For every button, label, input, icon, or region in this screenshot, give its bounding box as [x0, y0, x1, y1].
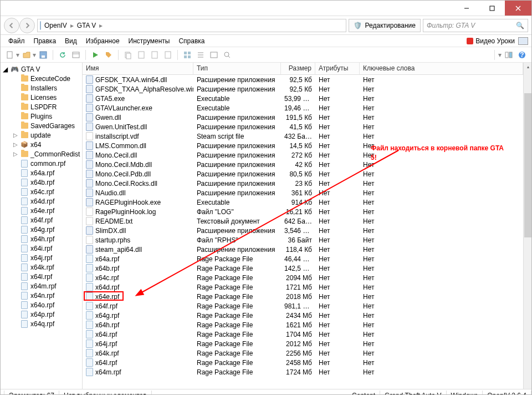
file-row[interactable]: Mono.Cecil.dllРасширение приложения272 К… — [83, 150, 523, 160]
file-row[interactable]: installscript.vdfSteam script file432 Ба… — [83, 131, 523, 141]
find-button[interactable] — [221, 49, 233, 61]
file-row[interactable]: steam_api64.dllРасширение приложения118,… — [83, 245, 523, 254]
tree-item[interactable]: x64a.rpf — [3, 168, 82, 178]
scroll-thumb[interactable] — [524, 93, 531, 237]
file-row[interactable]: RAGEPluginHook.exeExecutable914 КбНетНет — [83, 198, 523, 207]
filter-input[interactable]: Фильтр: GTA V 🔍 — [423, 19, 528, 32]
tree-item[interactable]: x64k.rpf — [3, 262, 82, 272]
file-row[interactable]: NAudio.dllРасширение приложения361 КбНет… — [83, 188, 523, 198]
tree-item[interactable]: x64l.rpf — [3, 272, 82, 281]
tree-item[interactable]: x64m.rpf — [3, 281, 82, 291]
menu-edit[interactable]: Правка — [29, 36, 61, 46]
file-row[interactable]: RagePluginHook.logФайл "LOG"16,21 КбНетН… — [83, 207, 523, 216]
breadcrumb-root[interactable]: OpenIV — [42, 22, 69, 29]
file-row[interactable]: Mono.Cecil.Mdb.dllРасширение приложения4… — [83, 160, 523, 169]
tree-item[interactable]: x64e.rpf — [3, 206, 82, 215]
menu-file[interactable]: Файл — [4, 36, 29, 46]
grid-button[interactable] — [181, 49, 193, 61]
tag-button[interactable] — [103, 49, 115, 61]
col-key[interactable]: Ключевые слова — [360, 63, 523, 74]
file-row[interactable]: x64i.rpfRage Package File1704 МбНетНет — [83, 330, 523, 339]
file-row[interactable]: x64d.rpfRage Package File1721 МбНетНет — [83, 282, 523, 292]
tree-item[interactable]: x64h.rpf — [3, 234, 82, 244]
expand-icon[interactable]: ▷ — [13, 132, 18, 138]
col-name[interactable]: Имя — [83, 63, 193, 74]
file-row[interactable]: x64l.rpfRage Package File2458 МбНетНет — [83, 358, 523, 367]
file-row[interactable]: startup.rphsФайл "RPHS"36 БайтНетНет — [83, 235, 523, 245]
file-row[interactable]: GFSDK_TXAA.win64.dllРасширение приложени… — [83, 75, 523, 84]
collapse-icon[interactable]: ◢ — [3, 65, 8, 73]
tree-item[interactable]: Installers — [3, 83, 82, 93]
tree-item[interactable]: common.rpf — [3, 159, 82, 168]
tree-item[interactable]: x64c.rpf — [3, 187, 82, 196]
file-row[interactable]: x64f.rpfRage Package File981,1 МбНетНет — [83, 301, 523, 311]
tree-item[interactable]: ▷_CommonRedist — [3, 149, 82, 159]
video-tutorials-link[interactable]: Видео Уроки — [467, 37, 515, 45]
expand-icon[interactable]: ▷ — [13, 141, 18, 148]
tree-item[interactable]: x64p.rpf — [3, 310, 82, 319]
tree-item[interactable]: x64o.rpf — [3, 300, 82, 310]
scroll-up-button[interactable]: ▴ — [524, 63, 532, 71]
tree-item[interactable]: ▷📦x64 — [3, 140, 82, 149]
tree-item[interactable]: x64f.rpf — [3, 215, 82, 225]
col-size[interactable]: Размер — [281, 63, 315, 74]
file-row[interactable]: x64a.rpfRage Package File46,44 МбНетНет — [83, 254, 523, 264]
maximize-button[interactable] — [479, 1, 505, 16]
help-button[interactable]: ? — [516, 49, 528, 61]
view-button[interactable] — [208, 49, 220, 61]
import-button[interactable] — [162, 49, 174, 61]
tree-item[interactable]: ▷update — [3, 130, 82, 140]
menu-favorites[interactable]: Избранное — [81, 36, 124, 46]
file-row[interactable]: SlimDX.dllРасширение приложения3,546 МбН… — [83, 226, 523, 235]
file-row[interactable]: x64g.rpfRage Package File2434 МбНетНет — [83, 311, 523, 320]
menu-tools[interactable]: Инструменты — [124, 36, 175, 46]
tree-root[interactable]: ◢ 🎮 GTA V — [3, 65, 82, 74]
tree-item[interactable]: x64i.rpf — [3, 244, 82, 253]
open-button[interactable] — [21, 49, 33, 61]
file-row[interactable]: GTAVLauncher.exeExecutable19,46 МбНетНет — [83, 103, 523, 113]
file-row[interactable]: LMS.Common.dllРасширение приложения14,5 … — [83, 141, 523, 150]
tree-item[interactable]: SavedGarages — [3, 121, 82, 130]
file-row[interactable]: GFSDK_TXAA_AlphaResolve.win64.dllРасшире… — [83, 84, 523, 94]
tree-item[interactable]: x64b.rpf — [3, 178, 82, 187]
tree-item[interactable]: x64g.rpf — [3, 225, 82, 234]
tree-item[interactable]: ExecuteCode — [3, 74, 82, 83]
new-button[interactable] — [4, 49, 16, 61]
col-attr[interactable]: Атрибуты — [315, 63, 360, 74]
menu-help[interactable]: Справка — [174, 36, 209, 46]
status-tab-version[interactable]: OpenIV 2.6.4 — [483, 391, 531, 396]
tree-item[interactable]: Plugins — [3, 112, 82, 121]
file-row[interactable]: x64h.rpfRage Package File1621 МбНетНет — [83, 320, 523, 330]
folder-tree[interactable]: ◢ 🎮 GTA V ExecuteCodeInstallersLicensesL… — [1, 63, 83, 389]
scrollbar-vertical[interactable]: ▴ — [523, 63, 531, 389]
file-row[interactable]: x64k.rpfRage Package File2256 МбНетНет — [83, 348, 523, 358]
tree-item[interactable]: x64d.rpf — [3, 196, 82, 206]
run-button[interactable] — [89, 49, 101, 61]
tree-item[interactable]: LSPDFR — [3, 102, 82, 112]
save-button[interactable] — [37, 49, 49, 61]
tree-item[interactable]: Licenses — [3, 93, 82, 102]
nav-back-button[interactable] — [4, 18, 19, 33]
file-row[interactable]: Gwen.UnitTest.dllРасширение приложения41… — [83, 122, 523, 131]
file-row[interactable]: Gwen.dllРасширение приложения191,5 КбНет… — [83, 113, 523, 122]
breadcrumb-seg-0[interactable]: GTA V — [75, 22, 98, 29]
file-row[interactable]: x64c.rpfRage Package File2094 МбНетНет — [83, 273, 523, 282]
edit-mode-toggle[interactable]: 🛡️ Редактирование — [349, 19, 421, 32]
list-body[interactable]: GFSDK_TXAA.win64.dllРасширение приложени… — [83, 75, 523, 389]
expand-icon[interactable]: ▷ — [13, 151, 18, 157]
close-button[interactable] — [505, 1, 531, 16]
properties-button[interactable] — [70, 49, 82, 61]
paste-button[interactable] — [135, 49, 147, 61]
col-type[interactable]: Тип — [193, 63, 281, 74]
tree-item[interactable]: x64n.rpf — [3, 291, 82, 300]
status-tab-os[interactable]: Windows — [447, 391, 483, 396]
panel-toggle-button[interactable] — [503, 49, 515, 61]
tree-item[interactable]: x64j.rpf — [3, 253, 82, 262]
list-button[interactable] — [195, 49, 207, 61]
file-row[interactable]: x64j.rpfRage Package File2012 МбНетНет — [83, 339, 523, 348]
status-tab-game[interactable]: Grand Theft Auto V — [380, 391, 447, 396]
menu-view[interactable]: Вид — [60, 36, 81, 46]
cut-button[interactable] — [149, 49, 161, 61]
status-tab-content[interactable]: Content — [347, 391, 380, 396]
minimize-button[interactable] — [454, 1, 479, 16]
